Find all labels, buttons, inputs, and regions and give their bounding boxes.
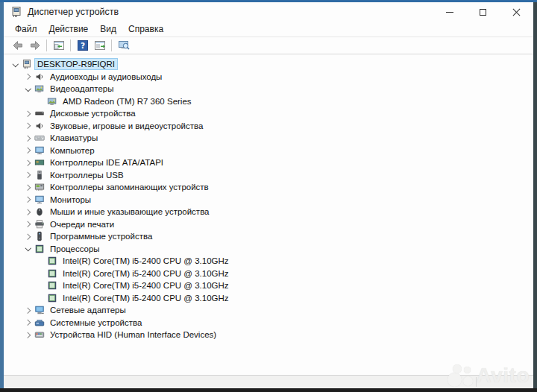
menu-item-action[interactable]: Действие (43, 22, 95, 36)
scan-hardware-changes-button[interactable] (115, 38, 132, 54)
toolbar: ? (4, 37, 533, 54)
tree-item[interactable]: Контроллеры USB (4, 169, 533, 182)
expander-chevron-icon[interactable] (22, 243, 34, 255)
maximize-button[interactable] (466, 2, 500, 22)
expander-chevron-icon[interactable] (22, 71, 34, 83)
tree-item[interactable]: Intel(R) Core(TM) i5-2400 CPU @ 3.10GHz (4, 292, 533, 305)
expander-chevron-icon[interactable] (22, 329, 34, 341)
expander-chevron-icon[interactable] (22, 145, 34, 157)
tree-item[interactable]: Мыши и иные указывающие устройства (4, 206, 533, 218)
expander-spacer (35, 95, 47, 107)
back-button[interactable] (9, 38, 26, 54)
tree-item[interactable]: Аудиовходы и аудиовыходы (4, 71, 533, 83)
tree-item-label[interactable]: Контроллеры запоминающих устройств (48, 182, 211, 192)
expander-chevron-icon[interactable] (22, 157, 34, 168)
tree-item[interactable]: DESKTOP-R9FIQRI (4, 58, 533, 71)
tree-item[interactable]: Intel(R) Core(TM) i5-2400 CPU @ 3.10GHz (4, 255, 533, 268)
toolbar-separator (111, 39, 112, 51)
forward-button[interactable] (26, 38, 43, 54)
computer-icon (34, 145, 45, 156)
expander-chevron-icon[interactable] (22, 218, 34, 230)
expander-chevron-icon[interactable] (22, 132, 34, 144)
tree-item-label[interactable]: Контроллеры IDE ATA/ATAPI (48, 157, 166, 168)
storage-controller-icon (34, 182, 45, 192)
toolbar-separator (70, 39, 71, 51)
tree-item[interactable]: Звуковые, игровые и видеоустройства (4, 120, 533, 133)
console-tree-button[interactable] (50, 38, 67, 54)
tree-item[interactable]: Очереди печати (4, 218, 533, 231)
system-device-icon (34, 317, 45, 328)
tree-item-label[interactable]: Видеоадаптеры (48, 83, 116, 94)
tree-item[interactable]: AMD Radeon (TM) R7 360 Series (4, 95, 533, 108)
tree-item-label[interactable]: Клавиатуры (48, 133, 100, 143)
tree-item-label[interactable]: Intel(R) Core(TM) i5-2400 CPU @ 3.10GHz (60, 256, 231, 266)
tree-item-label[interactable]: Intel(R) Core(TM) i5-2400 CPU @ 3.10GHz (60, 268, 231, 279)
menu-item-help[interactable]: Справка (122, 22, 169, 36)
tree-item-label[interactable]: Мониторы (48, 195, 93, 205)
tree-item[interactable]: Intel(R) Core(TM) i5-2400 CPU @ 3.10GHz (4, 279, 533, 292)
photo-border-left (0, 0, 4, 392)
expander-chevron-icon[interactable] (10, 58, 22, 70)
close-button[interactable] (500, 2, 533, 22)
tree-item[interactable]: Intel(R) Core(TM) i5-2400 CPU @ 3.10GHz (4, 268, 533, 280)
tree-item-label[interactable]: Программные устройства (48, 231, 154, 241)
tree-item-label[interactable]: Очереди печати (48, 219, 116, 230)
tree-item[interactable]: Программные устройства (4, 230, 533, 243)
tree-item[interactable]: Процессоры (4, 243, 533, 256)
tree-item-label[interactable]: Intel(R) Core(TM) i5-2400 CPU @ 3.10GHz (60, 280, 231, 291)
tree-item-label[interactable]: Процессоры (48, 244, 102, 254)
software-device-icon (34, 231, 45, 241)
help-icon: ? (77, 39, 89, 51)
photo-border-bottom (0, 388, 537, 392)
cpu-icon (47, 256, 57, 266)
tree-item[interactable]: Дисковые устройства (4, 107, 533, 120)
menu-item-view[interactable]: Вид (94, 22, 122, 36)
tree-item-label[interactable]: Аудиовходы и аудиовыходы (48, 72, 164, 82)
tree-item[interactable]: Компьютер (4, 145, 533, 157)
cpu-icon (47, 280, 57, 291)
tree-item[interactable]: Мониторы (4, 194, 533, 206)
tree-item-label[interactable]: Устройства HID (Human Interface Devices) (48, 329, 219, 340)
expander-chevron-icon[interactable] (22, 230, 34, 242)
expander-chevron-icon[interactable] (22, 317, 34, 329)
tree-item-label[interactable]: Контроллеры USB (48, 170, 126, 180)
tree-item-label[interactable]: Сетевые адаптеры (48, 305, 128, 315)
expander-chevron-icon[interactable] (22, 120, 34, 132)
tree-item-label[interactable]: Дисковые устройства (48, 108, 138, 118)
expander-chevron-icon[interactable] (22, 194, 34, 206)
back-icon (12, 39, 24, 51)
tree-item[interactable]: Контроллеры запоминающих устройств (4, 181, 533, 194)
expander-chevron-icon[interactable] (22, 304, 34, 316)
tree-item-label[interactable]: Мыши и иные указывающие устройства (48, 206, 212, 217)
expander-spacer (35, 292, 47, 304)
tree-item[interactable]: Видеоадаптеры (4, 83, 533, 95)
expander-chevron-icon[interactable] (22, 181, 34, 193)
tree-item-label[interactable]: DESKTOP-R9FIQRI (35, 59, 117, 69)
menu-item-file[interactable]: Файл (9, 22, 43, 36)
tree-item[interactable]: Системные устройства (4, 317, 533, 329)
expander-chevron-icon[interactable] (22, 169, 34, 181)
toolbar-separator (46, 39, 47, 51)
tree-item-label[interactable]: AMD Radeon (TM) R7 360 Series (60, 96, 194, 107)
tree-item[interactable]: Сетевые адаптеры (4, 304, 533, 317)
printer-icon (34, 219, 45, 230)
expander-chevron-icon[interactable] (22, 206, 34, 218)
title-bar: Диспетчер устройств (4, 2, 533, 22)
menu-bar: ФайлДействиеВидСправка (4, 22, 533, 37)
tree-item-label[interactable]: Intel(R) Core(TM) i5-2400 CPU @ 3.10GHz (60, 293, 231, 303)
tree-item[interactable]: Контроллеры IDE ATA/ATAPI (4, 157, 533, 169)
tree-item-label[interactable]: Системные устройства (48, 317, 144, 328)
expander-chevron-icon[interactable] (22, 107, 34, 119)
help-button[interactable]: ? (74, 38, 91, 54)
photo-border-top (0, 0, 537, 2)
ide-controller-icon (34, 157, 45, 168)
cpu-icon (47, 293, 57, 303)
expander-chevron-icon[interactable] (22, 83, 34, 95)
tree-item-label[interactable]: Звуковые, игровые и видеоустройства (48, 121, 205, 131)
tree-item-label[interactable]: Компьютер (48, 145, 97, 156)
tree-item[interactable]: Устройства HID (Human Interface Devices) (4, 329, 533, 341)
status-bar-divider (476, 377, 477, 387)
tree-item[interactable]: Клавиатуры (4, 132, 533, 145)
properties-button[interactable] (91, 38, 108, 54)
minimize-button[interactable] (433, 2, 466, 22)
